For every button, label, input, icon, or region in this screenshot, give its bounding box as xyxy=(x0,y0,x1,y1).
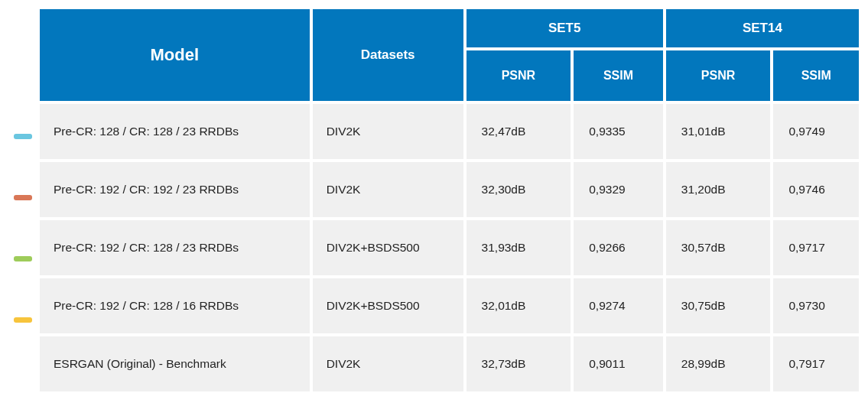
cell-datasets: DIV2K+BSDS500 xyxy=(311,277,465,335)
marker-wrap xyxy=(8,350,38,406)
cell-model: Pre-CR: 192 / CR: 128 / 16 RRDBs xyxy=(38,277,311,335)
col-header-set5-psnr: PSNR xyxy=(465,49,573,102)
row-marker xyxy=(14,317,32,323)
cell-set5-ssim: 0,9335 xyxy=(572,102,665,161)
table-row: Pre-CR: 192 / CR: 128 / 23 RRDBs DIV2K+B… xyxy=(38,219,860,277)
cell-set5-ssim: 0,9274 xyxy=(572,277,665,335)
row-marker xyxy=(14,378,32,384)
cell-datasets: DIV2K xyxy=(311,102,465,161)
cell-set5-psnr: 32,30dB xyxy=(465,161,573,219)
table-row: Pre-CR: 128 / CR: 128 / 23 RRDBs DIV2K 3… xyxy=(38,102,860,161)
cell-datasets: DIV2K xyxy=(311,161,465,219)
row-marker xyxy=(14,134,32,139)
table-row: ESRGAN (Original) - Benchmark DIV2K 32,7… xyxy=(38,335,860,393)
cell-set5-ssim: 0,9011 xyxy=(572,335,665,393)
col-header-set14-psnr: PSNR xyxy=(665,49,772,102)
cell-model: ESRGAN (Original) - Benchmark xyxy=(38,335,311,393)
cell-set5-psnr: 31,93dB xyxy=(465,219,573,277)
cell-set5-psnr: 32,47dB xyxy=(465,102,573,161)
col-header-model: Model xyxy=(38,8,311,102)
col-header-set14-ssim: SSIM xyxy=(772,49,860,102)
cell-datasets: DIV2K xyxy=(311,335,465,393)
table-row: Pre-CR: 192 / CR: 128 / 16 RRDBs DIV2K+B… xyxy=(38,277,860,335)
col-header-set5-ssim: SSIM xyxy=(572,49,665,102)
cell-set14-psnr: 31,20dB xyxy=(665,161,772,219)
col-header-set5: SET5 xyxy=(465,8,665,49)
cell-set14-psnr: 30,75dB xyxy=(665,277,772,335)
cell-set14-psnr: 28,99dB xyxy=(665,335,772,393)
marker-wrap xyxy=(8,228,38,289)
cell-set14-ssim: 0,9730 xyxy=(772,277,860,335)
row-marker xyxy=(14,256,32,261)
marker-wrap xyxy=(8,167,38,228)
cell-set14-psnr: 31,01dB xyxy=(665,102,772,161)
cell-datasets: DIV2K+BSDS500 xyxy=(311,219,465,277)
cell-model: Pre-CR: 192 / CR: 128 / 23 RRDBs xyxy=(38,219,311,277)
col-header-set14: SET14 xyxy=(665,8,860,49)
cell-set5-psnr: 32,73dB xyxy=(465,335,573,393)
cell-set14-ssim: 0,9717 xyxy=(772,219,860,277)
col-header-datasets: Datasets xyxy=(311,8,465,102)
marker-wrap xyxy=(8,106,38,167)
cell-model: Pre-CR: 192 / CR: 192 / 23 RRDBs xyxy=(38,161,311,219)
results-table-container: Model Datasets SET5 SET14 PSNR SSIM PSNR… xyxy=(8,8,860,406)
table-row: Pre-CR: 192 / CR: 192 / 23 RRDBs DIV2K 3… xyxy=(38,161,860,219)
cell-set5-ssim: 0,9329 xyxy=(572,161,665,219)
row-marker xyxy=(14,195,32,200)
results-table: Model Datasets SET5 SET14 PSNR SSIM PSNR… xyxy=(38,8,860,393)
marker-wrap xyxy=(8,289,38,350)
cell-set14-ssim: 0,9746 xyxy=(772,161,860,219)
cell-set14-ssim: 0,9749 xyxy=(772,102,860,161)
cell-set5-psnr: 32,01dB xyxy=(465,277,573,335)
header-row-groups: Model Datasets SET5 SET14 xyxy=(38,8,860,49)
cell-model: Pre-CR: 128 / CR: 128 / 23 RRDBs xyxy=(38,102,311,161)
cell-set14-ssim: 0,7917 xyxy=(772,335,860,393)
row-markers-column xyxy=(8,8,38,406)
cell-set5-ssim: 0,9266 xyxy=(572,219,665,277)
cell-set14-psnr: 30,57dB xyxy=(665,219,772,277)
